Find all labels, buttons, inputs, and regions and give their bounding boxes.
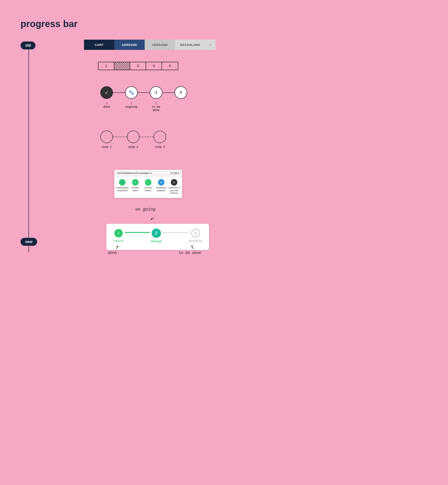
sketch1-cell-3: 3 bbox=[130, 62, 146, 70]
label-to-be-done: to be done bbox=[150, 105, 162, 112]
sketch4-circle-5: 5 bbox=[171, 179, 177, 186]
label-done: done bbox=[100, 105, 113, 109]
arrow-to-be-done: ↑ bbox=[150, 101, 162, 105]
sketch2-connector-1 bbox=[113, 92, 125, 93]
sketch4-steps: 🐾 Lieblingsfutter ausgewählt ✓ Kontakt D… bbox=[114, 177, 182, 198]
sketch4-circle-3: ✓ bbox=[145, 179, 152, 186]
npb-circle-active: 2 bbox=[152, 228, 161, 238]
annotation-to-be-done: to be done bbox=[179, 251, 201, 255]
badge-new: new bbox=[21, 238, 37, 246]
sketch3-step-1 bbox=[100, 131, 113, 143]
sketch4-header: 🛍 Bestellübersicht anzeigen ∨ 27,99 € bbox=[114, 170, 182, 177]
sketch4-circle-1: 🐾 bbox=[119, 179, 126, 186]
sketch2-step-todo-4: 4 bbox=[175, 86, 187, 99]
sketch3-label-2: step 2 bbox=[127, 146, 140, 149]
sketch1-cell-5: 5 bbox=[162, 62, 178, 70]
npb-line-empty bbox=[163, 232, 188, 233]
sketch4-step-label-1: Lieblingsfutter ausgewählt bbox=[116, 187, 129, 192]
tab-versand[interactable]: VERSAND bbox=[145, 40, 175, 50]
sketch1-cell-2 bbox=[114, 62, 130, 70]
sketch1-cell-4: 4 bbox=[146, 62, 162, 70]
old-progress-bar: CART ADRESSE VERSAND BEZAHLUNG ✓ bbox=[84, 40, 216, 50]
arrow-ongoing: ↑ bbox=[125, 101, 138, 105]
sketch4-order-summary: 🛍 Bestellübersicht anzeigen ∨ bbox=[117, 172, 152, 175]
sketch4-circle-2: ✓ bbox=[132, 179, 139, 186]
sketch1-cell-1: 1 bbox=[98, 62, 114, 70]
npb-label-bezahlung: Bezahlung bbox=[189, 239, 202, 242]
sketch2-connector-3 bbox=[162, 92, 175, 93]
sketch3-dash-1 bbox=[113, 137, 127, 137]
sketch4-step-label-3: Versand wählen bbox=[142, 187, 154, 192]
sketch4-step-4: 4 Bestellung aufgeben bbox=[155, 179, 167, 192]
sketch3-label-1: step 1 bbox=[100, 146, 113, 149]
tab-adresse[interactable]: ADRESSE bbox=[114, 40, 145, 50]
sketch2-step-done: ✓ bbox=[100, 86, 113, 99]
sketch-numbered-bar: 1 3 4 5 bbox=[98, 62, 178, 70]
npb-line-filled bbox=[125, 232, 150, 233]
sketch2-step-ongoing: 🐾 bbox=[125, 86, 138, 99]
sketch4-step-3: ✓ Versand wählen bbox=[142, 179, 154, 192]
sketch3-dash-2 bbox=[140, 137, 153, 137]
npb-step-versand: 2 Versand bbox=[151, 228, 162, 243]
sketch4-step-label-5: Glückliche & gesunde Feltnase bbox=[168, 187, 180, 195]
sketch2-step-todo-3: 3 bbox=[150, 86, 162, 99]
sketch-circles-states: ✓ 🐾 3 4 ↑ done ↑ ongoing ↑ to be done bbox=[100, 86, 187, 112]
sketch3-step-2 bbox=[127, 131, 140, 143]
sketch4-step-1: 🐾 Lieblingsfutter ausgewählt bbox=[116, 179, 128, 192]
sketch4-price: 27,99 € bbox=[171, 172, 179, 175]
sketch4-step-2: ✓ Kontakt Daten bbox=[129, 179, 141, 192]
npb-step-adresse: ✓ Adresse bbox=[113, 229, 124, 242]
ongoing-annotation: on going bbox=[135, 207, 155, 212]
tab-check[interactable]: ✓ bbox=[205, 40, 216, 50]
npb-step-bezahlung: 3 Bezahlung bbox=[189, 229, 202, 242]
npb-circle-todo: 3 bbox=[191, 229, 200, 237]
npb-circle-done: ✓ bbox=[114, 229, 123, 237]
sketch3-step-3 bbox=[153, 131, 166, 143]
sketch3-label-3: step 3 bbox=[153, 146, 166, 149]
timeline-line bbox=[28, 49, 29, 252]
tab-bezahlung[interactable]: BEZAHLUNG bbox=[175, 40, 205, 50]
badge-old: old bbox=[21, 41, 35, 49]
page-title: progress bar bbox=[21, 19, 78, 29]
sketch4-step-label-4: Bestellung aufgeben bbox=[155, 187, 167, 192]
ongoing-arrow: ↙ bbox=[150, 214, 156, 222]
annotation-done: done bbox=[108, 251, 117, 255]
npb-label-adresse: Adresse bbox=[113, 239, 124, 242]
label-ongoing: ongoing bbox=[125, 105, 138, 109]
npb-track: ✓ Adresse 2 Versand 3 Bezahlung bbox=[113, 228, 202, 243]
sketch-dashed-circles: step 1 step 2 step 3 bbox=[100, 131, 166, 149]
npb-label-versand: Versand bbox=[151, 240, 162, 243]
sketch-mobile-app-progress: 🛍 Bestellübersicht anzeigen ∨ 27,99 € 🐾 … bbox=[114, 170, 182, 198]
arrow-done: ↑ bbox=[100, 101, 113, 105]
tab-cart[interactable]: CART bbox=[84, 40, 114, 50]
sketch4-step-5: 5 Glückliche & gesunde Feltnase bbox=[168, 179, 180, 195]
sketch4-circle-4: 4 bbox=[158, 179, 165, 186]
sketch4-step-label-2: Kontakt Daten bbox=[129, 187, 141, 192]
sketch2-connector-2 bbox=[138, 92, 150, 93]
